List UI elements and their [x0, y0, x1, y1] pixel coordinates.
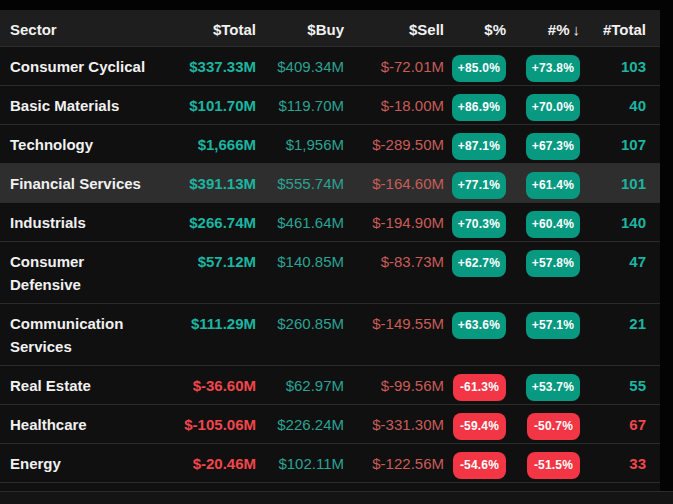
buy-value: $140.85M — [256, 242, 344, 303]
sell-value: $-194.90M — [344, 203, 444, 241]
count-percent-badge: -50.7% — [527, 413, 580, 440]
count-percent-badge: -51.5% — [527, 452, 580, 479]
count-percent-cell: +61.4% — [506, 164, 580, 202]
sector-name: Industrials — [10, 203, 160, 241]
dollar-percent-cell: +62.7% — [444, 242, 506, 303]
buy-value: $119.70M — [256, 86, 344, 124]
column-header-dollar-percent[interactable]: $% — [444, 10, 506, 46]
table-body: Consumer Cyclical $337.33M $409.34M $-72… — [0, 47, 660, 504]
table-row[interactable]: Communication Services $111.29M $260.85M… — [0, 304, 660, 366]
sector-name: Financial Services — [10, 164, 160, 202]
dollar-percent-badge: +63.6% — [452, 312, 506, 339]
count-total-value: 103 — [580, 47, 646, 85]
sector-name: Communication Services — [10, 304, 160, 365]
count-percent-badge: +73.8% — [526, 55, 580, 82]
dollar-percent-badge: +77.1% — [452, 172, 506, 199]
total-value: $-36.60M — [160, 366, 256, 404]
count-percent-badge: +67.3% — [526, 133, 580, 160]
dollar-percent-badge: -54.6% — [453, 452, 506, 479]
buy-value: $260.85M — [256, 304, 344, 365]
sell-value: $-83.73M — [344, 242, 444, 303]
total-value: $337.33M — [160, 47, 256, 85]
buy-value: $102.11M — [256, 444, 344, 482]
count-percent-badge: +53.7% — [526, 374, 580, 401]
buy-value: $1,956M — [256, 125, 344, 163]
total-value: $57.12M — [160, 242, 256, 303]
dollar-percent-badge: -61.3% — [453, 374, 506, 401]
count-total-value: 40 — [580, 86, 646, 124]
sell-value: $-164.60M — [344, 164, 444, 202]
column-header-sector[interactable]: Sector — [10, 10, 160, 46]
count-percent-cell: +57.8% — [506, 242, 580, 303]
count-percent-cell: +70.0% — [506, 86, 580, 124]
sort-desc-icon: ↓ — [573, 21, 581, 38]
sell-value: $-149.55M — [344, 304, 444, 365]
count-total-value: 101 — [580, 164, 646, 202]
sector-name: Consumer Defensive — [10, 242, 160, 303]
count-percent-cell: +57.1% — [506, 304, 580, 365]
total-value: $266.74M — [160, 203, 256, 241]
count-total-value: 67 — [580, 405, 646, 443]
table-row[interactable]: Technology $1,666M $1,956M $-289.50M +87… — [0, 125, 660, 164]
column-header-count-total[interactable]: #Total — [580, 10, 646, 46]
buy-value: $409.34M — [256, 47, 344, 85]
table-row[interactable]: Consumer Cyclical $337.33M $409.34M $-72… — [0, 47, 660, 86]
sell-value: $-99.56M — [344, 366, 444, 404]
count-percent-badge: +70.0% — [526, 94, 580, 121]
count-total-value: 47 — [580, 242, 646, 303]
sell-value: $-122.56M — [344, 444, 444, 482]
count-percent-label: #% — [548, 21, 570, 38]
count-percent-cell: +60.4% — [506, 203, 580, 241]
count-percent-badge: +57.1% — [526, 312, 580, 339]
total-value: $111.29M — [160, 304, 256, 365]
count-percent-cell: +73.8% — [506, 47, 580, 85]
table-row[interactable]: Healthcare $-105.06M $226.24M $-331.30M … — [0, 405, 660, 444]
count-percent-cell: -51.5% — [506, 444, 580, 482]
column-header-count-percent[interactable]: #%↓ — [506, 10, 580, 46]
sector-name: Basic Materials — [10, 86, 160, 124]
dollar-percent-badge: +85.0% — [452, 55, 506, 82]
count-total-value: 55 — [580, 366, 646, 404]
sector-name: Technology — [10, 125, 160, 163]
sector-table: Sector $Total $Buy $Sell $% #%↓ #Total C… — [0, 10, 660, 504]
table-row[interactable]: Financial Services $391.13M $555.74M $-1… — [0, 164, 660, 203]
column-header-dollar-sell[interactable]: $Sell — [344, 10, 444, 46]
table-row[interactable]: Industrials $266.74M $461.64M $-194.90M … — [0, 203, 660, 242]
dollar-percent-badge: +87.1% — [452, 133, 506, 160]
total-value: $-20.46M — [160, 444, 256, 482]
count-percent-badge: +61.4% — [526, 172, 580, 199]
total-value: $101.70M — [160, 86, 256, 124]
buy-value: $62.97M — [256, 366, 344, 404]
total-value: $1,666M — [160, 125, 256, 163]
bottom-strip — [0, 491, 673, 504]
sell-value: $-72.01M — [344, 47, 444, 85]
table-row[interactable]: Energy $-20.46M $102.11M $-122.56M -54.6… — [0, 444, 660, 483]
count-percent-cell: +53.7% — [506, 366, 580, 404]
count-total-value: 140 — [580, 203, 646, 241]
sector-screener: Sector $Total $Buy $Sell $% #%↓ #Total C… — [0, 0, 673, 504]
count-percent-badge: +60.4% — [526, 211, 580, 238]
sell-value: $-18.00M — [344, 86, 444, 124]
dollar-percent-badge: +86.9% — [452, 94, 506, 121]
column-header-dollar-total[interactable]: $Total — [160, 10, 256, 46]
dollar-percent-badge: +62.7% — [452, 250, 506, 277]
dollar-percent-badge: +70.3% — [452, 211, 506, 238]
table-row[interactable]: Basic Materials $101.70M $119.70M $-18.0… — [0, 86, 660, 125]
dollar-percent-cell: +86.9% — [444, 86, 506, 124]
table-row[interactable]: Real Estate $-36.60M $62.97M $-99.56M -6… — [0, 366, 660, 405]
table-row[interactable]: Consumer Defensive $57.12M $140.85M $-83… — [0, 242, 660, 304]
column-header-dollar-buy[interactable]: $Buy — [256, 10, 344, 46]
total-value: $-105.06M — [160, 405, 256, 443]
dollar-percent-cell: -61.3% — [444, 366, 506, 404]
sector-name: Real Estate — [10, 366, 160, 404]
dollar-percent-cell: -59.4% — [444, 405, 506, 443]
dollar-percent-cell: +70.3% — [444, 203, 506, 241]
sector-name: Consumer Cyclical — [10, 47, 160, 85]
count-total-value: 21 — [580, 304, 646, 365]
sell-value: $-331.30M — [344, 405, 444, 443]
sell-value: $-289.50M — [344, 125, 444, 163]
buy-value: $461.64M — [256, 203, 344, 241]
sector-name: Healthcare — [10, 405, 160, 443]
count-total-value: 33 — [580, 444, 646, 482]
dollar-percent-cell: +77.1% — [444, 164, 506, 202]
